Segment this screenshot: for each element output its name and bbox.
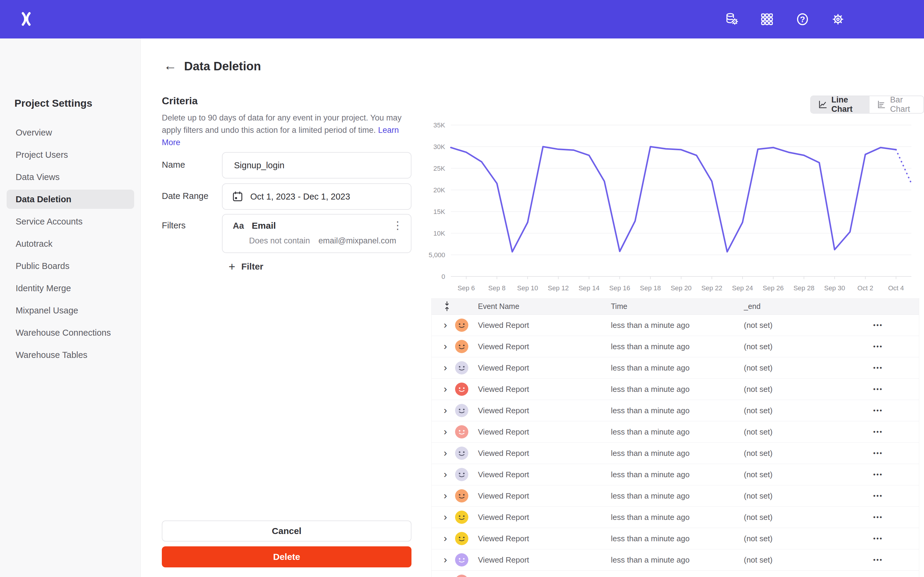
row-menu-icon[interactable]: ••• [873, 492, 883, 500]
settings-gear-icon[interactable] [830, 11, 846, 27]
svg-text:Sep 20: Sep 20 [671, 284, 692, 292]
svg-text:20K: 20K [433, 186, 445, 194]
sidebar-item-data-views[interactable]: Data Views [0, 166, 141, 188]
row-expand-chevron-icon[interactable]: › [444, 511, 447, 522]
row-expand-chevron-icon[interactable]: › [444, 340, 447, 352]
criteria-heading: Criteria [162, 95, 198, 107]
row-expand-chevron-icon[interactable]: › [444, 532, 447, 544]
sidebar-item-service-accounts[interactable]: Service Accounts [0, 210, 141, 233]
filter-property: Email [252, 221, 276, 231]
name-input[interactable] [222, 152, 412, 179]
row-menu-icon[interactable]: ••• [873, 406, 883, 414]
date-range-label: Date Range [162, 191, 208, 201]
data-management-icon[interactable] [724, 11, 739, 27]
bar-chart-toggle-button[interactable]: Bar Chart [869, 96, 923, 113]
row-menu-icon[interactable]: ••• [873, 556, 883, 564]
sidebar-item-overview[interactable]: Overview [0, 121, 141, 143]
row-expand-chevron-icon[interactable]: › [444, 425, 447, 437]
sidebar-item-identity-merge[interactable]: Identity Merge [0, 277, 141, 299]
event-name-cell: Viewed Report [478, 342, 529, 351]
end-cell: (not set) [744, 406, 772, 415]
table-body: ›Viewed Reportless than a minute ago(not… [431, 315, 919, 577]
sidebar-item-autotrack[interactable]: Autotrack [0, 233, 141, 255]
filter-card[interactable]: Aa Email ⋮ Does not contain email@mixpan… [222, 214, 412, 253]
filter-kebab-menu-icon[interactable]: ⋮ [392, 220, 403, 231]
svg-text:Sep 26: Sep 26 [763, 284, 784, 292]
line-chart-toggle-button[interactable]: Line Chart [811, 96, 869, 113]
user-avatar [455, 511, 468, 524]
row-expand-chevron-icon[interactable]: › [444, 361, 447, 373]
sort-rows-icon[interactable] [443, 301, 451, 313]
date-range-input[interactable]: Oct 1, 2023 - Dec 1, 2023 [222, 183, 412, 210]
table-row: ›Viewed Reportless than a minute ago(not… [431, 464, 919, 485]
back-arrow-icon[interactable]: ← [164, 59, 177, 72]
svg-text:Oct 2: Oct 2 [858, 284, 874, 292]
table-row: ›Viewed Reportless than a minute ago(not… [431, 379, 919, 400]
sidebar-item-data-deletion[interactable]: Data Deletion [6, 190, 134, 209]
event-name-cell: Viewed Report [478, 427, 529, 437]
mixpanel-logo-icon[interactable] [19, 12, 34, 27]
delete-button[interactable]: Delete [162, 546, 412, 567]
svg-text:10K: 10K [433, 230, 445, 237]
event-name-cell: Viewed Report [478, 470, 529, 479]
top-navigation-bar: ? [0, 0, 924, 39]
sidebar-title: Project Settings [15, 97, 92, 109]
row-expand-chevron-icon[interactable]: › [444, 447, 447, 459]
topbar-icon-group: ? [724, 0, 846, 39]
table-row: ›Viewed Reportless than a minute ago(not… [431, 528, 919, 550]
row-menu-icon[interactable]: ••• [873, 471, 883, 479]
end-cell: (not set) [744, 513, 772, 522]
row-menu-icon[interactable]: ••• [873, 449, 883, 457]
events-line-chart: 05,00010K15K20K25K30K35KSep 6Sep 8Sep 10… [427, 118, 923, 296]
calendar-icon [232, 190, 244, 203]
row-menu-icon[interactable]: ••• [873, 321, 883, 329]
column-header-event-name[interactable]: Event Name [478, 302, 519, 311]
svg-text:Sep 28: Sep 28 [793, 284, 814, 292]
page-title: Data Deletion [184, 60, 261, 73]
sidebar-item-project-users[interactable]: Project Users [0, 143, 141, 166]
time-cell: less than a minute ago [611, 470, 690, 479]
line-chart-label: Line Chart [831, 95, 862, 114]
user-avatar [455, 340, 468, 353]
sidebar-item-public-boards[interactable]: Public Boards [0, 255, 141, 277]
row-expand-chevron-icon[interactable]: › [444, 490, 447, 501]
row-expand-chevron-icon[interactable]: › [444, 575, 447, 577]
row-menu-icon[interactable]: ••• [873, 343, 883, 350]
row-menu-icon[interactable]: ••• [873, 428, 883, 436]
svg-text:Sep 12: Sep 12 [548, 284, 569, 292]
svg-text:Sep 30: Sep 30 [824, 284, 845, 292]
svg-text:Sep 18: Sep 18 [640, 284, 661, 292]
sidebar-item-warehouse-tables[interactable]: Warehouse Tables [0, 344, 141, 366]
row-menu-icon[interactable]: ••• [873, 535, 883, 542]
row-menu-icon[interactable]: ••• [873, 364, 883, 372]
svg-text:15K: 15K [433, 208, 445, 216]
column-header-end[interactable]: _end [744, 302, 761, 311]
row-menu-icon[interactable]: ••• [873, 385, 883, 393]
user-avatar [455, 532, 468, 545]
svg-text:Sep 8: Sep 8 [488, 284, 506, 292]
cancel-button[interactable]: Cancel [162, 521, 412, 542]
row-expand-chevron-icon[interactable]: › [444, 319, 447, 330]
sidebar-item-mixpanel-usage[interactable]: Mixpanel Usage [0, 299, 141, 322]
filter-value[interactable]: email@mixpanel.com [318, 236, 396, 245]
row-menu-icon[interactable]: ••• [873, 513, 883, 521]
time-cell: less than a minute ago [611, 427, 690, 437]
column-header-time[interactable]: Time [611, 302, 627, 311]
name-label: Name [162, 160, 185, 170]
apps-grid-icon[interactable] [759, 11, 775, 27]
svg-text:Sep 16: Sep 16 [609, 284, 630, 292]
add-filter-button[interactable]: + Filter [229, 261, 263, 272]
row-expand-chevron-icon[interactable]: › [444, 404, 447, 416]
row-expand-chevron-icon[interactable]: › [444, 468, 447, 480]
chart-type-toggle: Line Chart Bar Chart [810, 95, 924, 114]
row-expand-chevron-icon[interactable]: › [444, 383, 447, 395]
svg-text:?: ? [800, 15, 805, 24]
svg-text:35K: 35K [433, 121, 445, 129]
user-avatar [455, 361, 468, 374]
help-icon[interactable]: ? [795, 11, 810, 27]
time-cell: less than a minute ago [611, 534, 690, 543]
row-expand-chevron-icon[interactable]: › [444, 554, 447, 565]
svg-text:Sep 14: Sep 14 [578, 284, 599, 292]
sidebar-item-warehouse-connections[interactable]: Warehouse Connections [0, 322, 141, 344]
filter-operator[interactable]: Does not contain [249, 236, 310, 245]
